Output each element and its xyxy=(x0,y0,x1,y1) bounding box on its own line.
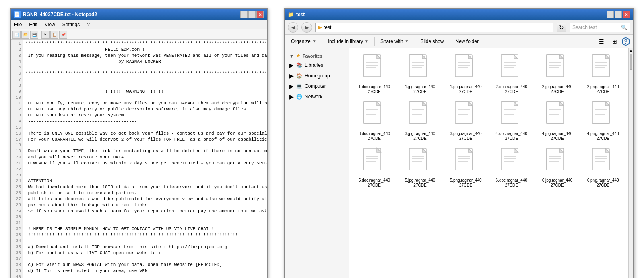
menu-file[interactable]: File xyxy=(12,21,23,28)
file-name: 4.jpg.ragnar_44027CDE xyxy=(541,131,573,141)
back-button[interactable]: ◀ xyxy=(288,22,298,33)
separator-2 xyxy=(374,37,375,46)
sidebar-item-homegroup[interactable]: ▶ 🏠 Homegroup xyxy=(285,71,349,81)
help-button[interactable]: ? xyxy=(622,37,630,46)
file-name: 1.jpg.ragnar_44027CDE xyxy=(404,85,436,94)
slide-show-label: Slide show xyxy=(421,39,444,44)
file-item[interactable]: 4.png.ragnar_44027CDE xyxy=(582,99,624,143)
maximize-button[interactable]: □ xyxy=(248,11,256,18)
network-icon: 🌐 xyxy=(296,94,302,100)
include-library-button[interactable]: Include in library ▼ xyxy=(325,37,372,46)
file-icon xyxy=(500,147,524,176)
forward-button[interactable]: ▶ xyxy=(301,22,312,33)
favorites-star-icon: ★ xyxy=(296,53,300,58)
scrollbar[interactable]: ▲ ▼ xyxy=(628,48,633,278)
explorer-actions-bar: Organize ▼ Include in library ▼ Share wi… xyxy=(285,35,633,48)
file-icon xyxy=(362,54,386,83)
file-item[interactable]: 5.jpg.ragnar_44027CDE xyxy=(399,146,442,189)
text-content[interactable]: ****************************************… xyxy=(23,40,267,278)
minimize-button[interactable]: — xyxy=(240,11,248,18)
file-item[interactable]: 3.doc.ragnar_44027CDE xyxy=(353,99,396,143)
file-name: 2.png.ragnar_44027CDE xyxy=(587,85,619,94)
homegroup-expand: ▶ xyxy=(289,73,294,79)
homegroup-label: Homegroup xyxy=(305,73,330,79)
file-item[interactable]: 6.png.ragnar_44027CDE xyxy=(582,146,624,189)
file-item[interactable]: 1.png.ragnar_44027CDE xyxy=(444,52,487,96)
explorer-body: ▼ ★ Favorites ▶ 📚 Libraries ▶ 🏠 Homegrou… xyxy=(285,48,633,278)
cut-btn[interactable]: ✂ xyxy=(41,31,50,39)
slide-show-button[interactable]: Slide show xyxy=(417,37,447,46)
refresh-button[interactable]: ↻ xyxy=(557,23,566,32)
file-item[interactable]: 1.jpg.ragnar_44027CDE xyxy=(399,52,442,96)
network-label: Network xyxy=(305,94,322,100)
homegroup-icon: 🏠 xyxy=(296,73,302,79)
sidebar-favorites-header: ▼ ★ Favorites xyxy=(285,52,349,60)
copy-btn[interactable]: 📋 xyxy=(50,31,58,39)
file-item[interactable]: 2.doc.ragnar_44027CDE xyxy=(490,52,533,96)
explorer-maximize-button[interactable]: □ xyxy=(615,11,622,18)
separator-3 xyxy=(415,37,415,46)
view-list-button[interactable]: ☰ xyxy=(596,37,607,46)
notepad-menubar: File Edit View Settings ? xyxy=(11,20,267,29)
file-name: 6.doc.ragnar_44027CDE xyxy=(495,178,528,188)
close-button[interactable]: ✕ xyxy=(256,11,264,18)
file-name: 3.png.ragnar_44027CDE xyxy=(450,131,482,141)
menu-view[interactable]: View xyxy=(43,21,57,28)
file-name: 4.doc.ragnar_44027CDE xyxy=(495,131,528,141)
sidebar-item-computer[interactable]: ▶ 💻 Computer xyxy=(285,81,349,91)
explorer-close-button[interactable]: ✕ xyxy=(623,11,630,18)
file-item[interactable]: 2.png.ragnar_44027CDE xyxy=(582,52,624,96)
file-item[interactable]: 6.jpg.ragnar_44027CDE xyxy=(536,146,579,189)
libraries-icon: ▶ xyxy=(289,62,294,68)
search-icon: 🔍 xyxy=(621,25,627,30)
explorer-minimize-button[interactable]: — xyxy=(607,11,614,18)
view-grid-button[interactable]: ⊞ xyxy=(609,37,620,46)
menu-help[interactable]: ? xyxy=(85,21,91,28)
sidebar-item-libraries[interactable]: ▶ 📚 Libraries xyxy=(285,60,349,71)
share-with-button[interactable]: Share with ▼ xyxy=(377,37,412,46)
file-icon xyxy=(545,54,569,83)
notepad-toolbar: 📄 📂 💾 ✂ 📋 📌 xyxy=(11,29,267,40)
address-bar[interactable]: ▶ test xyxy=(315,23,553,32)
scroll-up[interactable]: ▲ xyxy=(629,48,633,53)
file-item[interactable]: 4.doc.ragnar_44027CDE xyxy=(490,99,533,143)
sidebar-item-network[interactable]: ▶ 🌐 Network xyxy=(285,91,349,102)
new-btn[interactable]: 📄 xyxy=(12,31,21,39)
notepad-app-icon: 📄 xyxy=(14,11,21,18)
include-library-chevron: ▼ xyxy=(365,39,369,44)
scroll-thumb[interactable] xyxy=(630,54,632,70)
file-item[interactable]: 5.doc.ragnar_44027CDE xyxy=(353,146,396,189)
file-item[interactable]: 3.png.ragnar_44027CDE xyxy=(444,99,487,143)
file-icon xyxy=(591,54,615,83)
file-item[interactable]: 2.jpg.ragnar_44027CDE xyxy=(536,52,579,96)
save-btn[interactable]: 💾 xyxy=(30,31,38,39)
organize-button[interactable]: Organize ▼ xyxy=(288,37,320,46)
file-name: 5.jpg.ragnar_44027CDE xyxy=(404,178,436,188)
paste-btn[interactable]: 📌 xyxy=(59,31,67,39)
favorites-label: Favorites xyxy=(303,54,322,58)
file-item[interactable]: 3.jpg.ragnar_44027CDE xyxy=(399,99,442,143)
file-item[interactable]: 4.jpg.ragnar_44027CDE xyxy=(536,99,579,143)
organize-chevron: ▼ xyxy=(312,39,316,44)
file-name: 1.png.ragnar_44027CDE xyxy=(450,85,482,94)
search-bar[interactable]: Search test 🔍 xyxy=(570,23,630,32)
new-folder-button[interactable]: New folder xyxy=(452,37,482,46)
file-name: 3.jpg.ragnar_44027CDE xyxy=(404,131,436,141)
menu-settings[interactable]: Settings xyxy=(61,21,81,28)
explorer-toolbar: ◀ ▶ ▶ test ↻ Search test 🔍 xyxy=(285,20,633,35)
explorer-title: test xyxy=(296,12,305,17)
open-btn[interactable]: 📂 xyxy=(21,31,29,39)
share-with-label: Share with xyxy=(380,39,403,44)
file-icon xyxy=(545,147,569,176)
file-name: 1.doc.ragnar_44027CDE xyxy=(358,85,390,94)
file-item[interactable]: 1.doc.ragnar_44027CDE xyxy=(353,52,396,96)
organize-label: Organize xyxy=(291,39,311,44)
file-name: 2.jpg.ragnar_44027CDE xyxy=(541,85,573,94)
notepad-titlebar: 📄 RGNR_44027CDE.txt - Notepad2 — □ ✕ xyxy=(11,9,267,20)
file-item[interactable]: 6.doc.ragnar_44027CDE xyxy=(490,146,533,189)
file-icon xyxy=(408,101,432,130)
file-item[interactable]: 5.png.ragnar_44027CDE xyxy=(444,146,487,189)
file-name: 6.png.ragnar_44027CDE xyxy=(587,178,619,188)
menu-edit[interactable]: Edit xyxy=(27,21,39,28)
explorer-window: 📁 test — □ ✕ ◀ ▶ ▶ test ↻ Search test 🔍 xyxy=(284,8,634,278)
